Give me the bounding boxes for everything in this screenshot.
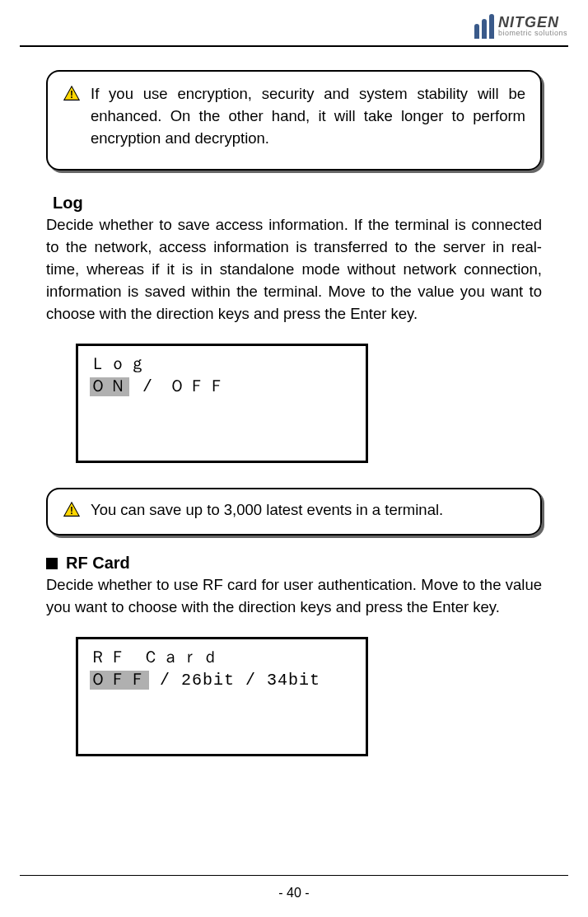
logo-name: NITGEN xyxy=(498,15,567,30)
bullet-icon xyxy=(46,558,58,569)
rfcard-heading-row: RF Card xyxy=(46,554,542,573)
svg-text:!: ! xyxy=(70,89,73,101)
log-terminal-display: Ｌｏｇ ＯＮ / ＯＦＦ xyxy=(76,344,368,463)
log-option-on: ＯＮ xyxy=(90,377,129,396)
log-option-off: ＯＦＦ xyxy=(169,377,228,396)
terminal-options: ＯＮ / ＯＦＦ xyxy=(90,375,354,397)
rfcard-heading: RF Card xyxy=(66,554,130,573)
page-header: NITGEN biometric solutions xyxy=(0,0,588,39)
rfcard-terminal-display: ＲＦ Ｃａｒｄ ＯＦＦ / 26bit / 34bit xyxy=(76,637,368,756)
terminal-options: ＯＦＦ / 26bit / 34bit xyxy=(90,668,354,690)
notice-events-text: You can save up to 3,000 latest events i… xyxy=(87,499,443,522)
logo-tagline: biometric solutions xyxy=(498,30,567,37)
notice-encryption-text: If you use encryption, security and syst… xyxy=(87,83,525,149)
page-content: ! If you use encryption, security and sy… xyxy=(0,47,588,756)
logo: NITGEN biometric solutions xyxy=(474,12,567,39)
rfcard-option-off: ＯＦＦ xyxy=(90,671,149,690)
page-number: - 40 - xyxy=(0,886,588,901)
rfcard-option-26bit: 26bit xyxy=(181,671,235,690)
rfcard-body: Decide whether to use RF card for user a… xyxy=(46,574,542,619)
warning-icon: ! xyxy=(63,501,81,519)
logo-bars-icon xyxy=(474,12,494,39)
log-heading: Log xyxy=(53,194,542,213)
svg-text:!: ! xyxy=(70,504,73,516)
terminal-title: ＲＦ Ｃａｒｄ xyxy=(90,646,354,668)
terminal-title: Ｌｏｇ xyxy=(90,353,354,375)
notice-encryption: ! If you use encryption, security and sy… xyxy=(46,70,542,171)
rfcard-option-34bit: 34bit xyxy=(267,671,320,690)
warning-icon: ! xyxy=(63,85,81,103)
notice-events: ! You can save up to 3,000 latest events… xyxy=(46,488,542,536)
footer-divider xyxy=(20,875,568,876)
log-body: Decide whether to save access informatio… xyxy=(46,214,542,325)
